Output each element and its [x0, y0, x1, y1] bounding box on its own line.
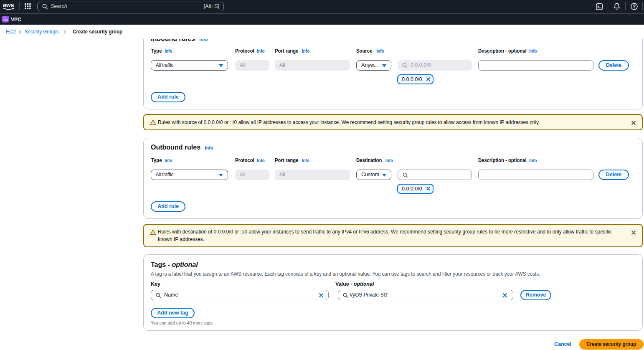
svg-text:aws: aws [3, 2, 14, 8]
svg-text:?: ? [633, 4, 636, 9]
